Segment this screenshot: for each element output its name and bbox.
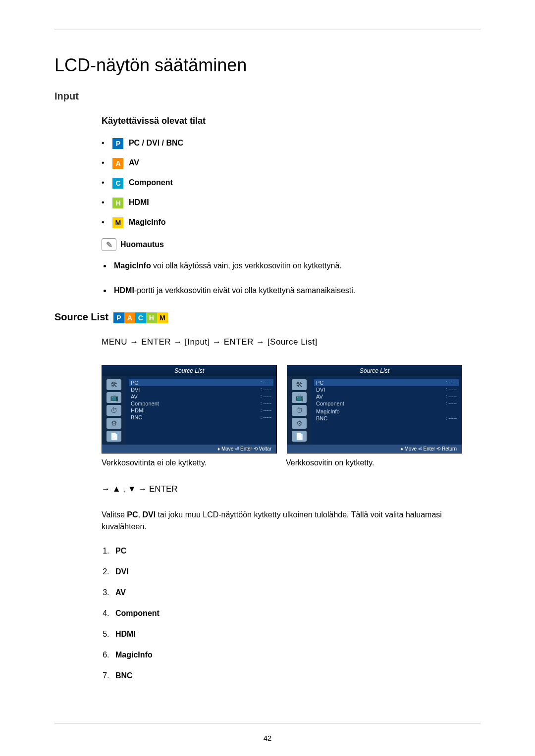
note-item: MagicInfo voi olla käytössä vain, jos ve… xyxy=(111,260,481,272)
mode-item: A AV xyxy=(102,158,481,169)
osd-item: BNC: ----- xyxy=(129,414,273,421)
list-item: DVI xyxy=(111,567,481,576)
nav-hint: → ▲ , ▼ → ENTER xyxy=(54,484,481,494)
tv-icon: 📺 xyxy=(292,392,307,403)
note-label: Huomautus xyxy=(120,240,164,249)
caption-row: Verkkosovitinta ei ole kytketty. Verkkos… xyxy=(54,458,481,467)
h-icon: H xyxy=(112,198,123,208)
mode-item: P PC / DVI / BNC xyxy=(102,138,481,149)
source-list-label: Source List xyxy=(54,311,108,323)
body-paragraph: Valitse PC, DVI tai joku muu LCD-näyttöö… xyxy=(54,509,481,533)
osd-title: Source List xyxy=(287,365,462,376)
c-icon: C xyxy=(135,312,146,323)
mode-label: AV xyxy=(129,158,139,167)
note-bold: HDMI xyxy=(114,286,134,295)
list-item: HDMI xyxy=(111,630,481,639)
divider-bottom xyxy=(54,723,481,723)
doc-icon: 📄 xyxy=(107,431,121,442)
page-title: LCD-näytön säätäminen xyxy=(54,55,481,76)
icon-row: PACHM xyxy=(113,311,168,323)
section-heading-input: Input xyxy=(54,91,481,102)
clock-icon: ⏱ xyxy=(292,405,307,416)
list-item: BNC xyxy=(111,671,481,680)
m-icon: M xyxy=(157,312,168,323)
tool-icon: 🛠 xyxy=(107,379,121,390)
list-item: MagicInfo xyxy=(111,651,481,659)
osd-item: AV: ----- xyxy=(314,393,459,400)
caption-right: Verkkosovitin on kytketty. xyxy=(286,458,374,467)
mode-label: PC / DVI / BNC xyxy=(129,139,183,147)
caption-left: Verkkosovitinta ei ole kytketty. xyxy=(102,458,276,467)
osd-item: BNC: ----- xyxy=(314,415,459,422)
osd-item: PC: ----- xyxy=(314,379,459,386)
doc-icon: 📄 xyxy=(292,431,307,442)
mode-list: P PC / DVI / BNC A AV C Component H HDMI… xyxy=(54,138,481,228)
a-icon: A xyxy=(124,312,135,323)
screenshot-row: Source List 🛠 📺 ⏱ ⚙ 📄 PC: ----- DVI: ---… xyxy=(54,365,481,454)
note-item: HDMI-portti ja verkkosovitin eivät voi o… xyxy=(111,285,481,297)
m-icon: M xyxy=(112,217,123,228)
numbered-list: PC DVI AV Component HDMI MagicInfo BNC xyxy=(54,547,481,680)
tool-icon: 🛠 xyxy=(292,379,307,390)
p-icon: P xyxy=(112,138,123,149)
osd-item: PC: ----- xyxy=(129,379,273,386)
osd-footer: ♦ Move ⏎ Enter ⟲ Return xyxy=(287,445,462,453)
osd-sidebar: 🛠 📺 ⏱ ⚙ 📄 xyxy=(287,376,311,445)
a-icon: A xyxy=(112,158,123,169)
note-bold: MagicInfo xyxy=(114,261,151,270)
osd-left-screenshot: Source List 🛠 📺 ⏱ ⚙ 📄 PC: ----- DVI: ---… xyxy=(102,365,277,454)
osd-right-screenshot: Source List 🛠 📺 ⏱ ⚙ 📄 PC: ----- DVI: ---… xyxy=(287,365,462,454)
page-number: 42 xyxy=(0,734,535,742)
h-icon: H xyxy=(146,312,157,323)
mode-item: M MagicInfo xyxy=(102,217,481,228)
osd-list: PC: ----- DVI: ----- AV: ----- Component… xyxy=(311,376,462,445)
source-list-heading: Source List PACHM xyxy=(54,311,481,323)
mode-label: Component xyxy=(129,178,173,187)
p-icon: P xyxy=(113,312,124,323)
osd-item: DVI: ----- xyxy=(129,386,273,393)
available-modes-heading: Käytettävissä olevat tilat xyxy=(54,116,481,126)
note-list: MagicInfo voi olla käytössä vain, jos ve… xyxy=(54,260,481,297)
note-icon: ✎ xyxy=(102,238,116,251)
osd-title: Source List xyxy=(102,365,276,376)
note-text: voi olla käytössä vain, jos verkkosoviti… xyxy=(151,261,342,270)
osd-item: HDMI: ----- xyxy=(129,407,273,414)
osd-list: PC: ----- DVI: ----- AV: ----- Component… xyxy=(126,376,276,445)
list-item: PC xyxy=(111,547,481,555)
note-heading: ✎ Huomautus xyxy=(102,238,481,251)
gear-icon: ⚙ xyxy=(107,418,121,429)
clock-icon: ⏱ xyxy=(107,405,121,416)
osd-item: Component: ----- xyxy=(314,400,459,407)
gear-icon: ⚙ xyxy=(292,418,307,429)
mode-item: C Component xyxy=(102,178,481,189)
osd-item: AV: ----- xyxy=(129,393,273,400)
tv-icon: 📺 xyxy=(107,392,121,403)
osd-item: MagicInfo xyxy=(314,408,459,415)
osd-footer: ♦ Move ⏎ Enter ⟲ Voltar xyxy=(102,445,276,453)
list-item: Component xyxy=(111,609,481,618)
note-text: -portti ja verkkosovitin eivät voi olla … xyxy=(134,286,355,295)
list-item: AV xyxy=(111,588,481,597)
osd-item: DVI: ----- xyxy=(314,386,459,393)
mode-label: MagicInfo xyxy=(129,218,166,226)
mode-label: HDMI xyxy=(129,198,149,206)
divider-top xyxy=(54,30,481,30)
osd-item: Component: ----- xyxy=(129,400,273,407)
mode-item: H HDMI xyxy=(102,198,481,208)
osd-sidebar: 🛠 📺 ⏱ ⚙ 📄 xyxy=(102,376,126,445)
menu-path: MENU → ENTER → [Input] → ENTER → [Source… xyxy=(54,337,481,347)
c-icon: C xyxy=(112,178,123,189)
